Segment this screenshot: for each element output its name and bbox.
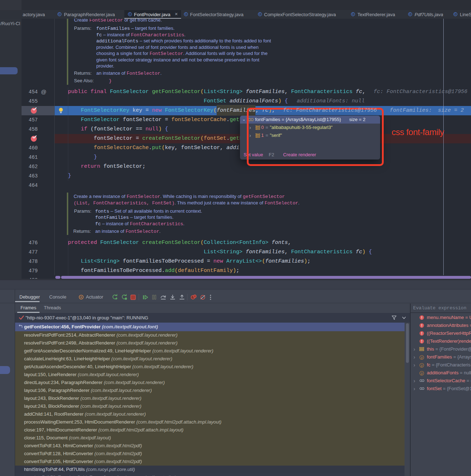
svg-text:p: p [421,356,423,359]
svg-text:p: p [421,371,423,375]
svg-text:p: p [421,364,423,367]
